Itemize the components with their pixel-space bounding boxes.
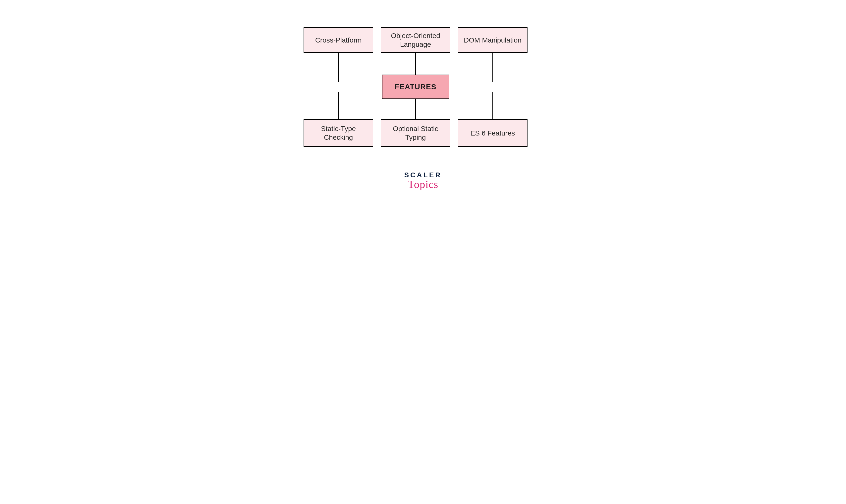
node-label: Cross-Platform: [315, 36, 362, 44]
node-label: DOM Manipulation: [464, 36, 522, 44]
node-optional-static-typing: Optional Static Typing: [381, 119, 451, 147]
node-label: Object-Oriented Language: [385, 31, 446, 49]
node-features-center: FEATURES: [382, 75, 449, 99]
diagram-canvas: Cross-Platform Object-Oriented Language …: [239, 0, 607, 219]
brand-logo: SCALER Topics: [404, 171, 442, 191]
node-label: Static-Type Checking: [308, 124, 369, 142]
node-es6-features: ES 6 Features: [458, 119, 528, 147]
node-label: Optional Static Typing: [385, 124, 446, 142]
center-label: FEATURES: [395, 82, 436, 91]
node-cross-platform: Cross-Platform: [303, 28, 373, 53]
logo-text-topics: Topics: [404, 178, 442, 191]
node-static-type-checking: Static-Type Checking: [303, 119, 373, 147]
node-object-oriented: Object-Oriented Language: [381, 28, 451, 53]
node-label: ES 6 Features: [471, 129, 515, 138]
node-dom-manipulation: DOM Manipulation: [458, 28, 528, 53]
